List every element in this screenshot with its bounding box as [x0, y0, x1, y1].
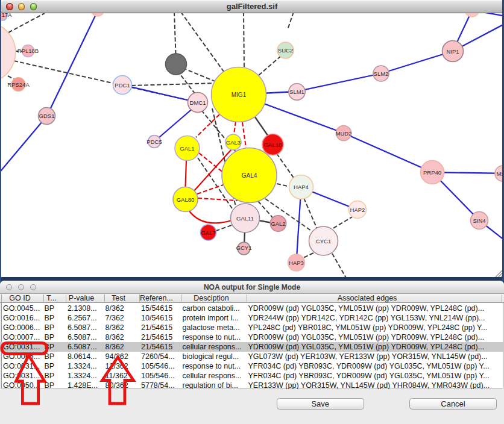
svg-text:GAL1: GAL1: [180, 145, 194, 152]
svg-text:DMC1: DMC1: [190, 99, 206, 106]
svg-text:SLM2: SLM2: [374, 70, 389, 77]
svg-text:SLM1: SLM1: [289, 89, 304, 95]
svg-text:GCY1: GCY1: [236, 245, 252, 251]
svg-text:GAL2: GAL2: [271, 220, 285, 227]
svg-text:GAL10: GAL10: [264, 142, 282, 148]
svg-text:MUD2: MUD2: [336, 130, 352, 137]
svg-text:GAL80: GAL80: [177, 196, 195, 203]
svg-text:SIN4: SIN4: [473, 217, 485, 224]
svg-text:MIG1: MIG1: [232, 92, 247, 98]
svg-text:HAP3: HAP3: [289, 260, 304, 266]
svg-text:PRP40: PRP40: [423, 169, 441, 176]
svg-text:HAP4: HAP4: [294, 184, 309, 190]
svg-text:PDC5: PDC5: [146, 139, 162, 145]
svg-text:GAL11: GAL11: [236, 215, 254, 222]
svg-text:GAL4: GAL4: [242, 172, 257, 179]
svg-text:NIP1: NIP1: [446, 48, 459, 55]
svg-text:RPS24A: RPS24A: [7, 81, 30, 88]
svg-text:SUC2: SUC2: [278, 47, 293, 54]
svg-text:GDS1: GDS1: [39, 113, 55, 119]
svg-text:CYC1: CYC1: [316, 238, 331, 245]
svg-text:HAP2: HAP2: [350, 207, 365, 213]
svg-text:PDC1: PDC1: [115, 82, 130, 89]
svg-text:RPL18B: RPL18B: [17, 48, 39, 54]
svg-text:GAL3: GAL3: [226, 139, 241, 146]
svg-text:GAL7: GAL7: [201, 229, 215, 236]
